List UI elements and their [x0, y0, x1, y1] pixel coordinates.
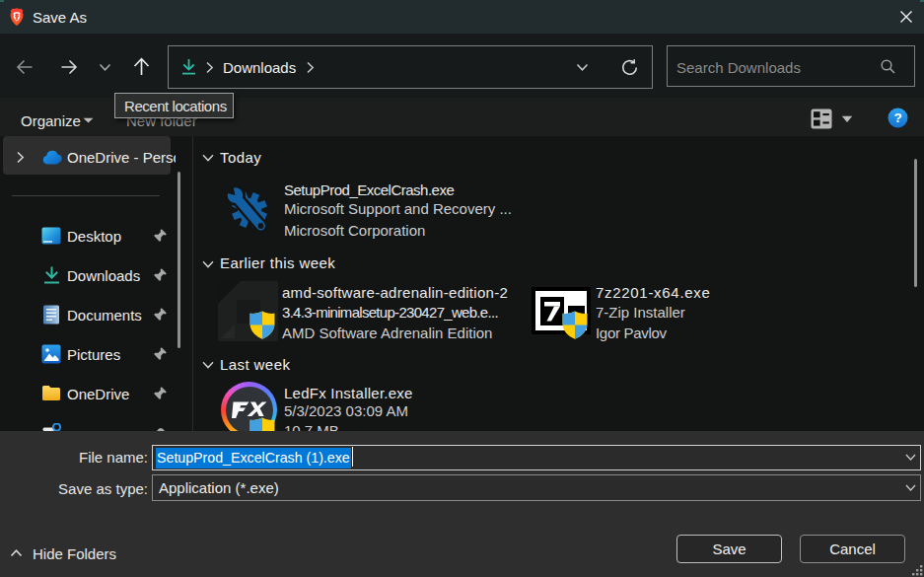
- svg-text:?: ?: [893, 110, 901, 125]
